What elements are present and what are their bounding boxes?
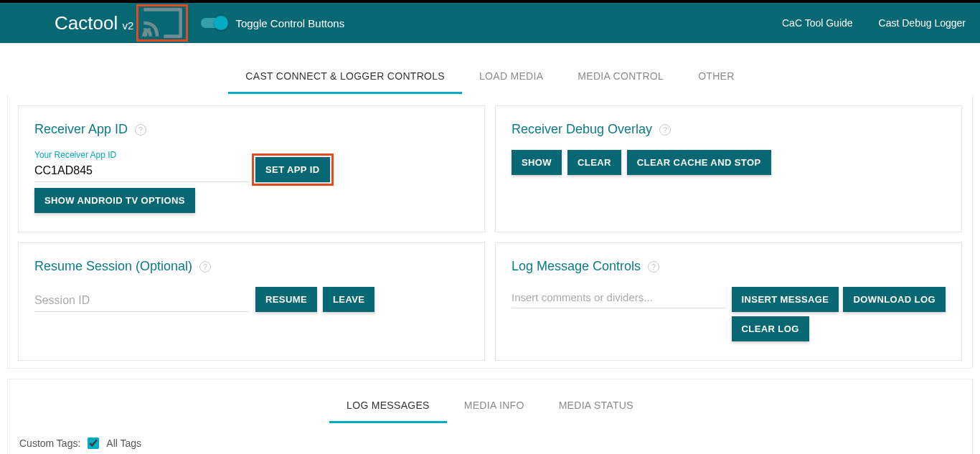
- link-tool-guide[interactable]: CaC Tool Guide: [782, 17, 853, 29]
- show-android-tv-options-button[interactable]: SHOW ANDROID TV OPTIONS: [34, 188, 195, 213]
- log-comment-input[interactable]: [512, 287, 726, 308]
- resume-title-text: Resume Session (Optional): [34, 259, 192, 274]
- brand-version: v2: [123, 19, 134, 32]
- tab-cast-connect[interactable]: CAST CONNECT & LOGGER CONTROLS: [228, 60, 462, 94]
- insert-message-button[interactable]: INSERT MESSAGE: [732, 287, 839, 312]
- receiver-app-title-text: Receiver App ID: [34, 122, 128, 137]
- help-icon[interactable]: ?: [135, 124, 146, 136]
- tab-load-media[interactable]: LOAD MEDIA: [462, 60, 560, 94]
- brand-main: Cactool: [55, 12, 118, 34]
- card-receiver-app-id: Receiver App ID ? Your Receiver App ID S…: [18, 105, 485, 232]
- cast-icon: [141, 8, 183, 38]
- card-title-debug-overlay: Receiver Debug Overlay ?: [512, 122, 946, 137]
- brand-title: Cactool v2: [55, 12, 133, 34]
- log-controls-title-text: Log Message Controls: [512, 259, 641, 274]
- controls-grid: Receiver App ID ? Your Receiver App ID S…: [7, 94, 973, 369]
- card-title-receiver-app: Receiver App ID ?: [34, 122, 468, 137]
- receiver-app-label: Your Receiver App ID: [34, 150, 250, 160]
- custom-tags-label: Custom Tags:: [19, 438, 80, 449]
- debug-overlay-title-text: Receiver Debug Overlay: [512, 122, 652, 137]
- help-icon[interactable]: ?: [648, 261, 659, 273]
- svg-point-0: [143, 33, 148, 37]
- card-log-message-controls: Log Message Controls ? INSERT MESSAGE DO…: [495, 242, 962, 361]
- tab-media-info[interactable]: MEDIA INFO: [447, 389, 542, 423]
- receiver-app-id-input[interactable]: [34, 161, 250, 182]
- set-app-id-button[interactable]: SET APP ID: [255, 157, 330, 182]
- lower-panel: LOG MESSAGES MEDIA INFO MEDIA STATUS Cus…: [7, 379, 973, 454]
- log-buttons-group: INSERT MESSAGE DOWNLOAD LOG CLEAR LOG: [732, 287, 946, 341]
- card-title-resume: Resume Session (Optional) ?: [34, 259, 468, 274]
- overlay-show-button[interactable]: SHOW: [512, 150, 562, 175]
- download-log-button[interactable]: DOWNLOAD LOG: [843, 287, 946, 312]
- custom-tags-row: Custom Tags: All Tags: [8, 423, 972, 449]
- toggle-label: Toggle Control Buttons: [235, 17, 344, 29]
- app-header: Cactool v2 Toggle Control Buttons CaC To…: [0, 3, 980, 43]
- card-title-log-controls: Log Message Controls ?: [512, 259, 946, 274]
- toggle-control-buttons[interactable]: Toggle Control Buttons: [201, 17, 344, 29]
- session-id-input[interactable]: [34, 291, 250, 312]
- tab-log-messages[interactable]: LOG MESSAGES: [329, 389, 447, 423]
- toggle-thumb: [214, 16, 228, 30]
- cast-icon-highlight[interactable]: [136, 4, 188, 42]
- tab-media-control[interactable]: MEDIA CONTROL: [560, 60, 681, 94]
- main-tabs: CAST CONNECT & LOGGER CONTROLS LOAD MEDI…: [6, 60, 974, 94]
- all-tags-checkbox[interactable]: [88, 438, 99, 449]
- field-session-id: [34, 291, 250, 312]
- toggle-track: [201, 18, 225, 28]
- link-debug-logger[interactable]: Cast Debug Logger: [879, 17, 966, 29]
- help-icon[interactable]: ?: [659, 124, 671, 136]
- card-receiver-debug-overlay: Receiver Debug Overlay ? SHOW CLEAR CLEA…: [495, 105, 962, 232]
- leave-button[interactable]: LEAVE: [323, 287, 374, 312]
- all-tags-label: All Tags: [106, 438, 141, 449]
- clear-log-button[interactable]: CLEAR LOG: [732, 316, 809, 341]
- card-resume-session: Resume Session (Optional) ? RESUME LEAVE: [18, 242, 485, 361]
- tab-media-status[interactable]: MEDIA STATUS: [542, 389, 651, 423]
- lower-tabs: LOG MESSAGES MEDIA INFO MEDIA STATUS: [8, 379, 972, 423]
- tab-other[interactable]: OTHER: [681, 60, 752, 94]
- field-receiver-app-id: Your Receiver App ID: [34, 150, 250, 182]
- resume-button[interactable]: RESUME: [255, 287, 317, 312]
- overlay-clear-button[interactable]: CLEAR: [567, 150, 621, 175]
- overlay-clear-cache-stop-button[interactable]: CLEAR CACHE AND STOP: [627, 150, 771, 175]
- help-icon[interactable]: ?: [199, 261, 211, 273]
